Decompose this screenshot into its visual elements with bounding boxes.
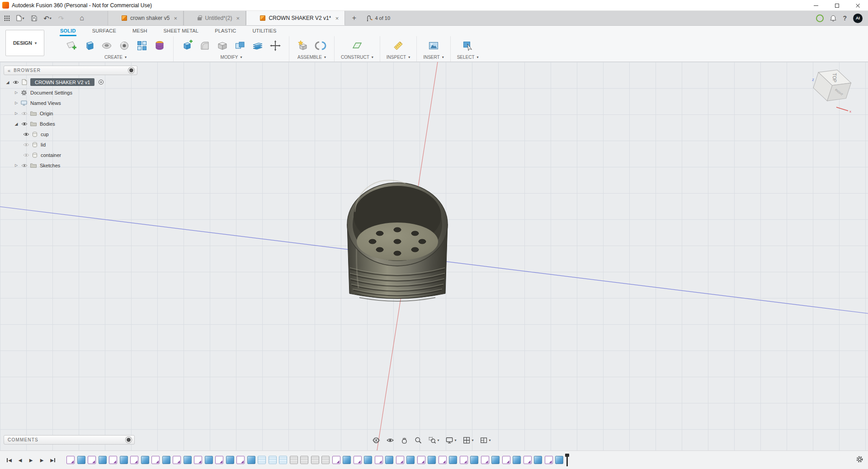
timeline-item-extrude[interactable] [385, 456, 393, 464]
tab-solid[interactable]: SOLID [60, 27, 76, 36]
construct-group-label[interactable]: CONSTRUCT▾ [341, 55, 373, 60]
timeline-item-sketch[interactable] [88, 456, 96, 464]
document-tab-active[interactable]: CROWN SHAKER V2 v1* × [246, 11, 345, 25]
split-body-button[interactable] [250, 38, 265, 53]
timeline-item-sketch[interactable] [545, 456, 553, 464]
browser-item-origin[interactable]: ▷ Origin [4, 108, 137, 118]
zoom-button[interactable] [413, 435, 424, 445]
help-icon[interactable]: ? [843, 14, 847, 22]
timeline-item-extrude[interactable] [77, 456, 85, 464]
new-component-button[interactable] [296, 38, 310, 53]
inspect-group-label[interactable]: INSPECT▾ [387, 55, 410, 60]
timeline-item-extrude[interactable] [449, 456, 457, 464]
job-status-button[interactable]: 4 of 10 [367, 15, 390, 21]
extrude-button[interactable] [82, 38, 96, 53]
zoom-window-button[interactable]: ▾ [427, 435, 441, 445]
create-sketch-button[interactable] [64, 38, 79, 53]
timeline-start-button[interactable]: ◀ [5, 455, 14, 465]
create-group-label[interactable]: CREATE▾ [104, 55, 127, 60]
grid-snaps-button[interactable]: ▾ [461, 435, 476, 445]
browser-item-root[interactable]: ◢ CROWN SHAKER V2 v1 [4, 77, 137, 87]
timeline-item-sketch[interactable] [215, 456, 223, 464]
browser-item-body-lid[interactable]: lid [4, 139, 137, 150]
timeline-item-extrude[interactable] [226, 456, 234, 464]
expander-icon[interactable]: ▷ [14, 90, 19, 95]
timeline-settings-button[interactable] [856, 455, 863, 464]
timeline-item-sketch[interactable] [375, 456, 383, 464]
timeline-item-sketch[interactable] [439, 456, 447, 464]
timeline-item-sketch[interactable] [151, 456, 160, 464]
expander-icon[interactable]: ▷ [14, 163, 19, 167]
measure-button[interactable] [391, 38, 406, 53]
tab-utilities[interactable]: UTILITIES [252, 27, 277, 36]
timeline-item-extrude[interactable] [406, 456, 415, 464]
browser-item-body-container[interactable]: container [4, 150, 137, 160]
workspace-switcher[interactable]: DESIGN ▾ [5, 30, 44, 56]
account-avatar[interactable]: AI [853, 14, 863, 23]
browser-header[interactable]: « BROWSER [4, 66, 137, 75]
timeline-item-extrude[interactable] [491, 456, 500, 464]
timeline-item-sketch[interactable] [524, 456, 532, 464]
close-tab-icon[interactable]: × [172, 15, 179, 22]
fillet-button[interactable] [198, 38, 212, 53]
maximize-button[interactable] [826, 0, 847, 11]
hole-button[interactable] [117, 38, 132, 53]
panel-dot-toggle[interactable] [129, 68, 133, 72]
timeline-item-sketch[interactable] [194, 456, 202, 464]
press-pull-button[interactable] [180, 38, 194, 53]
timeline-item-extrude[interactable] [247, 456, 255, 464]
comments-header[interactable]: COMMENTS [4, 435, 135, 445]
visibility-eye-icon[interactable] [21, 163, 28, 168]
timeline-item-extrude[interactable] [364, 456, 372, 464]
save-button[interactable] [28, 12, 40, 24]
browser-item-bodies[interactable]: ◢ Bodies [4, 118, 137, 129]
timeline-item-extrude[interactable] [141, 456, 149, 464]
revolve-button[interactable] [99, 38, 114, 53]
display-settings-button[interactable]: ▾ [444, 435, 458, 445]
timeline-item-extrude[interactable] [555, 456, 563, 464]
timeline-item-extrude[interactable] [99, 456, 107, 464]
timeline-item-sketch[interactable] [417, 456, 425, 464]
tab-sheet-metal[interactable]: SHEET METAL [163, 27, 199, 36]
timeline-item-extrude[interactable] [534, 456, 542, 464]
view-cube[interactable]: TOP RIGHT Z x [810, 66, 855, 115]
visibility-eye-icon[interactable] [23, 153, 30, 157]
browser-item-sketches[interactable]: ▷ Sketches [4, 160, 137, 171]
timeline-end-button[interactable]: ▶ [48, 455, 57, 465]
pan-button[interactable] [399, 435, 410, 445]
visibility-eye-icon[interactable] [21, 111, 28, 116]
combine-button[interactable] [233, 38, 247, 53]
tab-mesh[interactable]: MESH [132, 27, 148, 36]
modify-group-label[interactable]: MODIFY▾ [221, 55, 242, 60]
visibility-eye-icon[interactable] [23, 142, 30, 147]
timeline-item-sketch[interactable] [460, 456, 468, 464]
select-group-label[interactable]: SELECT▾ [457, 55, 479, 60]
timeline-item-thread[interactable] [321, 456, 330, 464]
tab-plastic[interactable]: PLASTIC [214, 27, 236, 36]
expander-icon[interactable]: ▷ [14, 101, 19, 105]
browser-item-body-cup[interactable]: cup [4, 129, 137, 139]
timeline-item-extrude[interactable] [513, 456, 521, 464]
document-tab[interactable]: Untitled*(2) × [184, 11, 246, 25]
look-at-button[interactable] [385, 435, 396, 445]
redo-button[interactable]: ↷ [55, 12, 67, 24]
timeline-scrubber[interactable] [566, 454, 568, 466]
timeline-item-thread[interactable] [290, 456, 298, 464]
timeline-item-extrude[interactable] [470, 456, 478, 464]
timeline-item-extrude[interactable] [184, 456, 192, 464]
coil-button[interactable] [152, 38, 167, 53]
close-tab-icon[interactable]: × [333, 14, 340, 21]
timeline-next-button[interactable]: ▶ [37, 455, 47, 465]
timeline-item-sketch[interactable] [66, 456, 75, 464]
joint-button[interactable] [313, 38, 328, 53]
timeline-prev-button[interactable]: ◀ [15, 455, 25, 465]
timeline-item-sketch[interactable] [236, 456, 245, 464]
viewcube-top-label[interactable]: TOP [832, 73, 837, 82]
timeline-item-coil[interactable] [279, 456, 287, 464]
browser-item-named-views[interactable]: ▷ Named Views [4, 98, 137, 108]
viewport-canvas[interactable]: TOP RIGHT Z x « BROWSER ◢ CROWN SHAKER V… [0, 62, 868, 450]
viewports-button[interactable]: ▾ [478, 435, 493, 445]
expander-icon[interactable]: ◢ [5, 80, 10, 85]
activate-component-radio[interactable] [99, 80, 104, 85]
notifications-bell-icon[interactable] [830, 15, 836, 22]
